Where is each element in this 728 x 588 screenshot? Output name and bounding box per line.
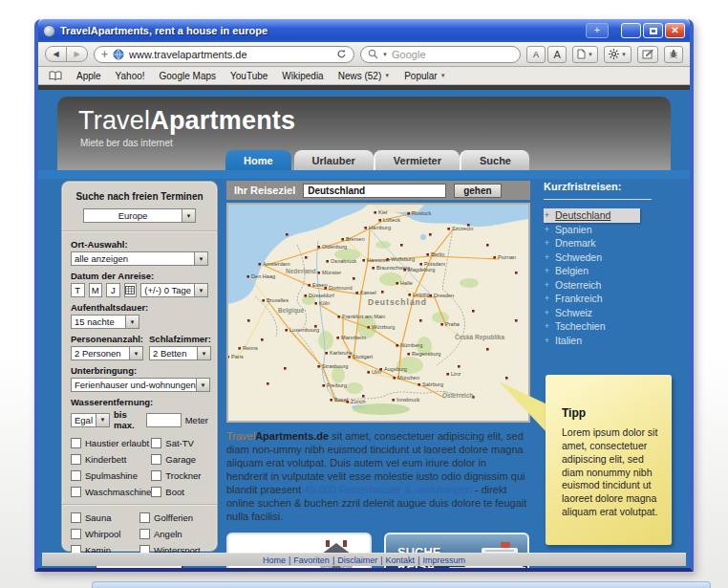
country-label[interactable]: Schweiz <box>555 307 592 318</box>
intro-link[interactable]: 40.000 Ferienhauser & -wohnungen <box>304 484 472 495</box>
meter-input[interactable] <box>146 413 182 427</box>
checkbox-box[interactable] <box>71 512 81 523</box>
country-label[interactable]: Belgien <box>555 265 589 276</box>
reload-icon[interactable] <box>336 49 347 59</box>
country-link-schweden[interactable]: +Schweden <box>544 250 674 265</box>
germany-map[interactable]: KielLübeckRostockSzczecinHamburgBremenOl… <box>226 203 530 423</box>
minimize-button[interactable] <box>621 23 641 38</box>
reiseziel-input[interactable]: Deutschland <box>303 184 446 198</box>
bookmark-news-52[interactable]: News (52)▼ <box>338 71 391 81</box>
checkbox-box[interactable] <box>151 438 161 448</box>
bookmark-google-maps[interactable]: Google Maps <box>160 71 216 81</box>
checkbox-box[interactable] <box>71 454 81 465</box>
wasser-select[interactable]: Egal▼ <box>71 413 110 427</box>
checkbox-box[interactable] <box>71 487 81 497</box>
font-smaller-button[interactable]: A <box>526 46 546 63</box>
region-select[interactable]: Europe▼ <box>83 208 196 223</box>
search-field[interactable]: ▼ Google <box>360 46 521 63</box>
footer-link-impressum[interactable]: Impressum <box>422 555 465 565</box>
tab-urlauber[interactable]: Urlauber <box>294 150 374 170</box>
tab-vermieter[interactable]: Vermieter <box>374 150 460 170</box>
back-button[interactable]: ◀ <box>45 46 67 62</box>
checkbox-angeln[interactable]: Angeln <box>139 529 208 539</box>
country-label[interactable]: Dnemark <box>555 237 596 249</box>
footer-link-kontakt[interactable]: Kontakt <box>386 555 416 565</box>
country-link-tschechien[interactable]: +Tschechien <box>544 319 674 334</box>
month-field[interactable]: M <box>89 283 103 297</box>
bookmark-popular[interactable]: Popular▼ <box>404 71 445 81</box>
checkbox-sauna[interactable]: Sauna <box>71 512 139 523</box>
checkbox-box[interactable] <box>151 487 161 497</box>
country-label[interactable]: Tschechien <box>555 320 606 332</box>
bug-report-button[interactable] <box>664 46 683 63</box>
ort-select[interactable]: alle anzeigen▼ <box>71 251 208 266</box>
checkbox-sat-tv[interactable]: Sat-TV <box>151 438 208 448</box>
search-engine-caret[interactable]: ▼ <box>382 52 388 57</box>
country-link-frankreich[interactable]: +Frankreich <box>544 292 674 306</box>
checkbox-garage[interactable]: Garage <box>151 454 208 465</box>
forward-button[interactable]: ▶ <box>66 46 88 62</box>
checkbox-golfferien[interactable]: Golfferien <box>139 512 208 523</box>
country-link-dnemark[interactable]: +Dnemark <box>544 236 674 250</box>
tage-select[interactable]: (+/-) 0 Tage▼ <box>140 283 208 297</box>
checkbox-box[interactable] <box>139 512 150 523</box>
country-label[interactable]: Schweden <box>555 251 602 263</box>
settings-menu-button[interactable]: ▼ <box>604 46 632 63</box>
country-link-spanien[interactable]: +Spanien <box>544 223 674 237</box>
checkbox-box[interactable] <box>151 454 161 465</box>
personen-select[interactable]: 2 Personen▼ <box>71 346 143 360</box>
maximize-button[interactable] <box>643 23 663 38</box>
country-link-belgien[interactable]: +Belgien <box>544 264 674 278</box>
checkbox-kinderbett[interactable]: Kinderbett <box>71 454 151 465</box>
checkbox-box[interactable] <box>71 470 81 481</box>
checkbox-boot[interactable]: Boot <box>151 487 208 497</box>
calendar-button[interactable] <box>124 283 138 297</box>
checkbox-trockner[interactable]: Trockner <box>151 470 208 481</box>
site-logo[interactable]: TravelApartments <box>78 106 295 136</box>
checkbox-box[interactable] <box>139 529 150 539</box>
new-tab-button[interactable]: + <box>586 23 609 38</box>
day-field[interactable]: T <box>71 283 85 297</box>
footer-link-home[interactable]: Home <box>263 555 286 565</box>
checkbox-whirpool[interactable]: Whirpool <box>71 529 139 539</box>
window-titlebar[interactable]: TravelApartments, rent a house in europe… <box>38 19 690 42</box>
gehen-button[interactable]: gehen <box>454 184 501 198</box>
unterbringung-select[interactable]: Ferienhauser und-wohnungen▼ <box>71 378 210 392</box>
aufenthalt-select[interactable]: 15 nachte▼ <box>71 315 139 329</box>
bookmark-wikipedia[interactable]: Wikipedia <box>282 71 323 81</box>
country-label[interactable]: Spanien <box>555 224 592 235</box>
url-text[interactable]: www.travelapartments.de <box>129 49 332 60</box>
gear-icon <box>609 49 619 59</box>
country-link-italien[interactable]: +Italien <box>544 334 674 348</box>
page-menu-button[interactable]: ▼ <box>572 46 598 63</box>
country-label[interactable]: Italien <box>555 335 582 346</box>
country-label[interactable]: Frankreich <box>555 293 603 304</box>
font-larger-button[interactable]: A <box>547 46 567 63</box>
country-link-osterreich[interactable]: +Osterreich <box>544 278 674 293</box>
checkbox-waschmaschine[interactable]: Waschmaschine <box>71 487 151 497</box>
country-label[interactable]: Deutschland <box>555 209 610 221</box>
close-button[interactable]: ✕ <box>665 23 685 38</box>
bookmark-youtube[interactable]: YouTube <box>230 71 268 81</box>
bookmark-yahoo[interactable]: Yahoo! <box>116 71 145 81</box>
tab-home[interactable]: Home <box>225 150 291 170</box>
bookmark-apple[interactable]: Apple <box>76 71 101 81</box>
country-link-deutschland[interactable]: +Deutschland <box>544 208 640 223</box>
checkbox-haustier-erlaubt[interactable]: Haustier erlaubt <box>71 438 151 448</box>
checkbox-box[interactable] <box>71 529 81 539</box>
checkbox-box[interactable] <box>151 470 161 481</box>
tab-suche[interactable]: Suche <box>460 150 529 170</box>
footer-link-disclaimer[interactable]: Disclaimer <box>337 555 377 565</box>
country-link-schweiz[interactable]: +Schweiz <box>544 306 674 320</box>
bookmarks-book-icon[interactable] <box>49 71 62 81</box>
checkbox-box[interactable] <box>71 438 81 448</box>
schlaf-select[interactable]: 2 Betten▼ <box>149 346 211 360</box>
checkbox-spulmashine[interactable]: Spulmashine <box>71 470 151 481</box>
footer-link-favoriten[interactable]: Favoriten <box>293 555 330 565</box>
compose-button[interactable] <box>637 46 658 63</box>
address-bar[interactable]: + www.travelapartments.de <box>94 46 354 63</box>
year-field[interactable]: J <box>106 283 120 297</box>
add-bookmark-icon[interactable]: + <box>101 48 108 61</box>
search-placeholder[interactable]: Google <box>392 49 425 60</box>
country-label[interactable]: Osterreich <box>555 279 601 291</box>
